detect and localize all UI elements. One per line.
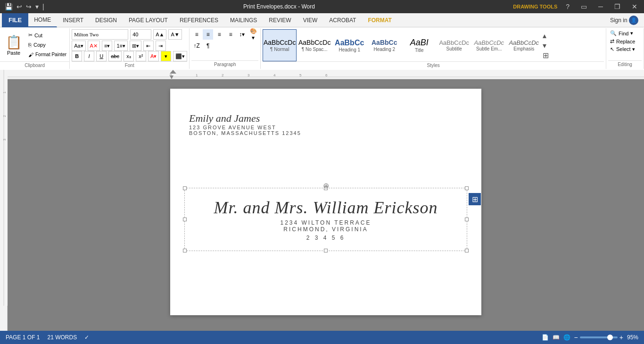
style-emphasis[interactable]: AaBbCcDc Emphasis (507, 29, 541, 61)
handle-tr[interactable] (465, 186, 469, 190)
return-name: Emily and James (189, 112, 301, 125)
styles-scroll-up[interactable]: ▴ (542, 31, 550, 40)
font-case-button[interactable]: Aa▾ (72, 41, 85, 51)
handle-bl[interactable] (183, 249, 187, 252)
font-group: A▲ A▼ Aa▾ A✕ ≡▾ 1≡▾ ⊞▾ ⇤ ⇥ B I U abc x₂ … (70, 28, 190, 69)
handle-tl[interactable] (183, 186, 187, 190)
tab-file[interactable]: FILE (2, 13, 28, 27)
strikethrough-button[interactable]: abc (108, 51, 122, 61)
paragraph-row2: ↑Z ¶ (191, 41, 258, 51)
underline-button[interactable]: U (96, 51, 107, 61)
tab-view[interactable]: VIEW (297, 13, 324, 27)
font-size-input[interactable] (130, 29, 151, 40)
style-subtle-preview: AaBbCcDc (474, 39, 504, 47)
style-normal-label: ¶ Normal (270, 47, 289, 52)
restore-button[interactable]: ❐ (611, 3, 623, 10)
style-no-spacing[interactable]: AaBbCcDc ¶ No Spac... (297, 29, 331, 61)
user-avatar[interactable]: 👤 (629, 16, 638, 25)
style-subtitle-label: Subtitle (446, 46, 462, 51)
justify-button[interactable]: ≡ (225, 29, 236, 40)
replace-button[interactable]: ⇄ Replace (608, 37, 642, 45)
minimize-button[interactable]: ─ (595, 3, 606, 10)
copy-button[interactable]: ⎘ Copy (27, 42, 67, 48)
style-title[interactable]: AaBI Title (402, 29, 436, 61)
tab-mailings[interactable]: MAILINGS (224, 13, 263, 27)
format-painter-button[interactable]: 🖌 Format Painter (27, 51, 67, 58)
style-title-preview: AaBI (410, 38, 429, 48)
font-name-input[interactable] (72, 29, 128, 40)
handle-ml[interactable] (183, 218, 187, 221)
shading-button[interactable]: ⬛▾ (173, 51, 187, 61)
styles-expand[interactable]: ⊞ (542, 51, 550, 60)
editing-group: 🔍 Find ▾ ⇄ Replace ↖ Select ▾ Editing (606, 28, 644, 69)
style-h2-label: Heading 2 (373, 47, 395, 52)
tab-references[interactable]: REFERENCES (174, 13, 224, 27)
bold-button[interactable]: B (72, 51, 82, 61)
increase-indent-button[interactable]: ⇥ (156, 41, 166, 51)
styles-group-label: Styles (263, 61, 604, 69)
find-button[interactable]: 🔍 Find ▾ (608, 29, 642, 37)
ribbon-display-button[interactable]: ▭ (578, 3, 590, 10)
help-button[interactable]: ? (563, 3, 572, 10)
styles-scroll-down[interactable]: ▾ (542, 41, 550, 50)
layout-options-button[interactable]: ⊞ (469, 193, 481, 205)
highlight-button[interactable]: ▾ (161, 51, 171, 61)
style-subtitle[interactable]: AaBbCcDc Subtitle (437, 29, 471, 61)
style-subtle-label: Subtle Em... (476, 46, 502, 51)
line-spacing-button[interactable]: ↕▾ (237, 29, 247, 40)
ruler-svg: 0 1 2 3 4 5 6 (0, 70, 644, 79)
handle-br[interactable] (465, 249, 469, 252)
document-area: 1 2 3 Emily and James 123 Grove Avenue W… (0, 79, 644, 331)
font-color-button[interactable]: A▾ (148, 51, 159, 61)
multilevel-list-button[interactable]: ⊞▾ (130, 41, 141, 51)
style-nospace-preview: AaBbCcDc (298, 39, 330, 47)
svg-text:6: 6 (325, 73, 328, 77)
rotate-handle[interactable]: ⊕ (323, 181, 329, 190)
customize-icon[interactable]: ▾ (34, 2, 40, 11)
tab-design[interactable]: DESIGN (90, 13, 123, 27)
tab-insert[interactable]: INSERT (57, 13, 90, 27)
select-button[interactable]: ↖ Select ▾ (608, 45, 642, 53)
align-left-button[interactable]: ≡ (191, 29, 202, 40)
subscript-button[interactable]: x₂ (124, 51, 134, 61)
replace-label: Replace (616, 39, 635, 44)
align-right-button[interactable]: ≡ (214, 29, 224, 40)
tab-pagelayout[interactable]: PAGE LAYOUT (123, 13, 174, 27)
pilcrow-button[interactable]: ¶ (203, 41, 213, 51)
redo-icon[interactable]: ↪ (25, 2, 33, 11)
numbered-list-button[interactable]: 1≡▾ (114, 41, 128, 51)
align-center-button[interactable]: ≡ (203, 29, 213, 40)
style-heading1[interactable]: AaBbCc Heading 1 (332, 29, 366, 61)
tab-format[interactable]: FORMAT (362, 13, 397, 27)
decrease-indent-button[interactable]: ⇤ (143, 41, 154, 51)
superscript-button[interactable]: x² (136, 51, 146, 61)
bullet-list-button[interactable]: ≡▾ (102, 41, 112, 51)
italic-button[interactable]: I (84, 51, 94, 61)
close-button[interactable]: ✕ (629, 3, 640, 10)
font-size-decrease[interactable]: A▼ (168, 29, 182, 40)
svg-marker-8 (170, 70, 176, 74)
tab-home[interactable]: HOME (28, 13, 57, 27)
tab-acrobat[interactable]: ACROBAT (323, 13, 362, 27)
scissors-icon: ✂ (28, 32, 33, 38)
address-box[interactable]: ⊕ Mr. and Mrs. William Erickson 1234 Wil… (184, 188, 467, 251)
cut-button[interactable]: ✂ Cut (27, 32, 67, 39)
style-normal[interactable]: AaBbCcDc ¶ Normal (263, 29, 297, 61)
sort-button[interactable]: ↑Z (191, 41, 202, 51)
svg-text:3: 3 (248, 73, 250, 77)
undo-icon[interactable]: ↩ (16, 2, 23, 11)
tab-review[interactable]: REVIEW (263, 13, 297, 27)
handle-mr[interactable] (465, 218, 469, 221)
style-subtle-emphasis[interactable]: AaBbCcDc Subtle Em... (472, 29, 506, 61)
replace-icon: ⇄ (610, 38, 614, 44)
ribbon: 📋 Paste ✂ Cut ⎘ Copy 🖌 Format Painter Cl… (0, 27, 644, 70)
save-icon[interactable]: 💾 (4, 2, 14, 11)
paste-button[interactable]: 📋 Paste (2, 30, 25, 59)
shading-para-button[interactable]: 🎨▾ (248, 29, 258, 40)
select-label: Select ▾ (616, 46, 635, 52)
clipboard-group-label: Clipboard (0, 61, 69, 69)
font-size-increase[interactable]: A▲ (153, 29, 166, 40)
handle-mb[interactable] (324, 249, 328, 252)
clear-format-button[interactable]: A✕ (88, 41, 100, 51)
style-heading2[interactable]: AaBbCc Heading 2 (367, 29, 401, 61)
